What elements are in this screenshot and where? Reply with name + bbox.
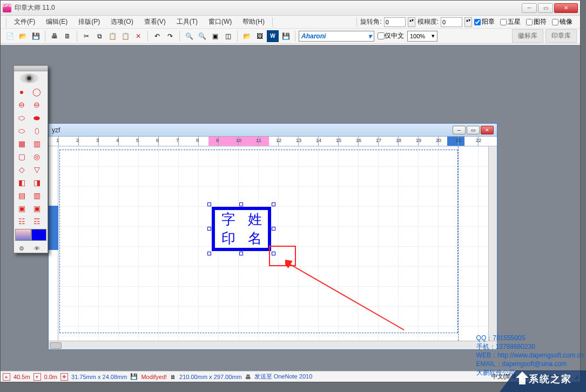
shape-rowy-icon[interactable]: ☶: [29, 215, 44, 228]
chk-star[interactable]: 五星: [500, 17, 521, 26]
tool-palette[interactable]: ●◯ ⊖⊖ ⬭⬬ ⬭⬯ ▦▥ ▢◎ ◇▽ ◧◨ ▤▥ ▣▣ ☷☶ ⚙ 👁: [14, 65, 48, 253]
undo-button[interactable]: ↶: [151, 30, 163, 42]
status-y: 0.0m: [44, 374, 57, 380]
cut-button[interactable]: ✂: [80, 30, 92, 42]
paste2-button[interactable]: 📋: [119, 30, 131, 42]
menu-view[interactable]: 查看(V): [140, 16, 170, 28]
separator: [147, 31, 148, 42]
blur-input[interactable]: [441, 17, 462, 27]
shape-triangle-icon[interactable]: ▽: [29, 163, 44, 176]
status-modified: Modifyed!: [141, 374, 167, 380]
maximize-button[interactable]: ▭: [538, 3, 553, 13]
swatch-gradient[interactable]: [15, 229, 31, 241]
shape-ellipse-icon[interactable]: ⬭: [14, 111, 29, 124]
chk-symbol[interactable]: 图符: [526, 17, 547, 26]
main-window: DPS 印章大师 11.0 ─ ▭ ✕ 文件(F) 编辑(E) 排版(P) 选项…: [0, 0, 581, 382]
scrollbar-thumb[interactable]: [50, 342, 62, 349]
shape-bars-icon[interactable]: ▤: [14, 189, 29, 202]
shape-grid-icon[interactable]: ▦: [14, 137, 29, 150]
shape-filled-circle-icon[interactable]: ●: [14, 85, 29, 98]
doc-scrollbar-vertical[interactable]: [488, 146, 497, 341]
open-button[interactable]: 📂: [17, 30, 29, 42]
save-as-button[interactable]: 💾: [280, 30, 292, 42]
ruler-horizontal[interactable]: /* ticks drawn via JS below */ 123456789…: [49, 137, 497, 146]
delete-button[interactable]: ✕: [132, 30, 144, 42]
image-button[interactable]: 🖼: [254, 30, 266, 42]
shape-sun-icon[interactable]: ⊖: [14, 98, 29, 111]
shape-oval-h-icon[interactable]: ⬭: [14, 124, 29, 137]
doc-maximize-button[interactable]: ▭: [467, 126, 480, 134]
shape-ring-icon[interactable]: ⊖: [29, 98, 44, 111]
zoom-select[interactable]: 100%▾: [407, 31, 437, 42]
open-folder-button[interactable]: 📂: [241, 30, 253, 42]
shape-ellipse2-icon[interactable]: ⬬: [29, 111, 44, 124]
chk-mirror[interactable]: 镜像: [552, 17, 572, 26]
shape-splitL-icon[interactable]: ◧: [14, 176, 29, 189]
shape-oval-v-icon[interactable]: ⬯: [29, 124, 44, 137]
menu-edit[interactable]: 编辑(E): [42, 16, 72, 28]
zoomout-button[interactable]: 🔍: [196, 30, 208, 42]
paste-button[interactable]: 📋: [106, 30, 118, 42]
tab-logo-library[interactable]: 徽标库: [512, 29, 543, 43]
palette-eye-icon[interactable]: 👁: [29, 242, 44, 255]
font-select[interactable]: Aharoni▾: [299, 31, 374, 42]
swatch-blue[interactable]: [31, 229, 46, 241]
divider: [356, 17, 357, 27]
blur-spinner[interactable]: ▴▾: [464, 17, 472, 27]
palette-titlebar[interactable]: [14, 66, 48, 71]
resize-handle[interactable]: [239, 202, 243, 206]
menu-options[interactable]: 选项(O): [106, 16, 137, 28]
menu-file[interactable]: 文件(F): [10, 16, 39, 28]
close-button[interactable]: ✕: [554, 3, 578, 13]
resize-handle[interactable]: [207, 202, 211, 206]
preview-button[interactable]: 🗎: [62, 30, 73, 42]
menu-help[interactable]: 帮助(H): [238, 16, 269, 28]
stamp-char-br: 名: [241, 229, 268, 248]
save-button[interactable]: 💾: [30, 30, 42, 42]
copy-button[interactable]: ⧉: [93, 30, 105, 42]
menu-window[interactable]: 窗口(W): [204, 16, 236, 28]
document-titlebar[interactable]: yzf ─ ▭ ✕: [49, 124, 497, 137]
actual-button[interactable]: ◫: [222, 30, 234, 42]
shape-grid2-icon[interactable]: ▥: [29, 137, 44, 150]
new-button[interactable]: 📄: [4, 30, 16, 42]
chk-yang[interactable]: 阳章: [474, 17, 495, 26]
shape-target-icon[interactable]: ◎: [29, 150, 44, 163]
resize-handle[interactable]: [207, 252, 211, 255]
zoomin-button[interactable]: 🔍: [183, 30, 195, 42]
resize-handle[interactable]: [272, 202, 275, 206]
shape-circle-icon[interactable]: ◯: [29, 85, 44, 98]
stamp-object[interactable]: 字 姓 印 名: [212, 207, 271, 251]
minimize-button[interactable]: ─: [522, 3, 537, 13]
menu-tools[interactable]: 工具(T): [172, 16, 202, 28]
shape-diamond-icon[interactable]: ◇: [14, 163, 29, 176]
stamp-selection[interactable]: 字 姓 印 名: [210, 205, 273, 253]
resize-handle[interactable]: [239, 252, 243, 255]
shape-splitR-icon[interactable]: ◨: [29, 176, 44, 189]
redo-button[interactable]: ↷: [164, 30, 176, 42]
shape-box1-icon[interactable]: ▣: [14, 202, 29, 215]
shape-cols-icon[interactable]: ▥: [29, 189, 44, 202]
doc-close-button[interactable]: ✕: [481, 126, 494, 134]
menu-layout[interactable]: 排版(P): [74, 16, 104, 28]
chk-only-cn[interactable]: 仅中文: [378, 31, 404, 40]
resize-handle[interactable]: [207, 227, 211, 231]
shape-rowx-icon[interactable]: ☷: [14, 215, 29, 228]
status-selection-size: 31.75mm x 24.08mm: [71, 374, 127, 380]
rotate-input[interactable]: [384, 17, 406, 27]
fit-button[interactable]: ▣: [209, 30, 221, 42]
shape-square-icon[interactable]: ▢: [14, 150, 29, 163]
separator: [295, 31, 295, 42]
ruler-vertical[interactable]: [49, 146, 58, 341]
doc-minimize-button[interactable]: ─: [453, 126, 466, 134]
print-button[interactable]: 🖶: [49, 30, 60, 42]
resize-handle[interactable]: [272, 227, 275, 231]
rotate-spinner[interactable]: ▴▾: [408, 17, 415, 27]
palette-settings-icon[interactable]: ⚙: [14, 242, 29, 255]
word-button[interactable]: W: [267, 30, 279, 42]
shape-box2-icon[interactable]: ▣: [29, 202, 44, 215]
tab-stamp-library[interactable]: 印章库: [545, 29, 577, 43]
canvas[interactable]: 字 姓 印 名: [58, 146, 488, 341]
doc-scrollbar-horizontal[interactable]: [49, 341, 497, 349]
watermark: 系统之家: [500, 366, 586, 392]
